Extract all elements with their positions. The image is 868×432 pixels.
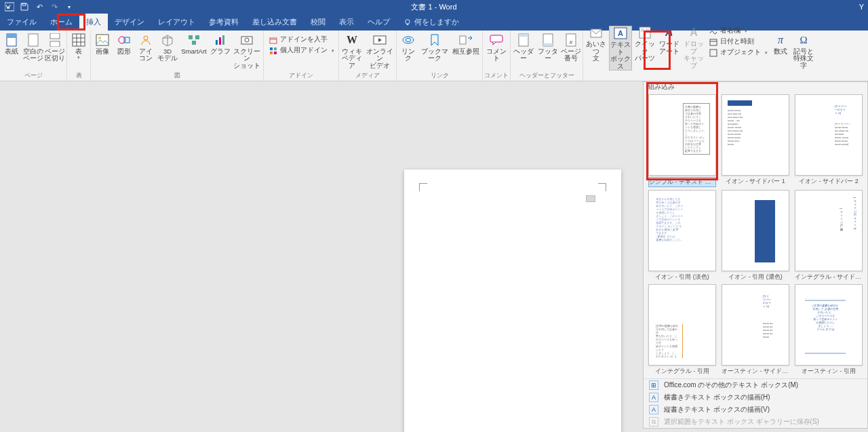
equation-button[interactable]: π数式 <box>770 33 791 55</box>
datetime-button[interactable]: 日付と時刻 <box>709 37 768 47</box>
office-icon: ⊞ <box>649 380 658 390</box>
footer-button[interactable]: フッター <box>536 33 559 62</box>
office-more-textboxes[interactable]: ⊞Office.com のその他のテキスト ボックス(M) <box>644 379 867 391</box>
svg-rect-36 <box>543 43 553 46</box>
group-links: リン ク ブックマーク 相互参照 リンク <box>397 31 483 81</box>
svg-rect-31 <box>460 36 466 44</box>
header-button[interactable]: ヘッダー <box>512 33 535 62</box>
tab-insert[interactable]: 挿入 <box>79 14 108 31</box>
smartart-button[interactable]: SmartArt <box>179 33 209 55</box>
cube-icon <box>161 33 174 47</box>
tab-home[interactable]: ホーム <box>43 14 79 31</box>
tab-design[interactable]: デザイン <box>108 14 151 31</box>
bookmark-icon <box>428 33 441 47</box>
tab-view[interactable]: 表示 <box>332 14 361 31</box>
cover-page-button[interactable]: 表紙 <box>1 33 22 55</box>
draw-horizontal-textbox[interactable]: A横書きテキスト ボックスの描画(H) <box>644 391 867 404</box>
svg-rect-3 <box>407 24 409 25</box>
svg-rect-23 <box>270 38 277 43</box>
vert-textbox-icon: A <box>649 405 658 414</box>
textbox-button[interactable]: Aテキスト ボックス <box>609 26 632 71</box>
qat-customize-icon[interactable]: ▾ <box>64 1 75 12</box>
tell-me-search[interactable]: 何をしますか <box>397 14 466 31</box>
svg-rect-16 <box>195 35 199 39</box>
picture-icon <box>96 33 109 47</box>
title-bar: ↶ ↷ ▾ 文書 1 - Word Y <box>0 0 868 14</box>
dropcap-button[interactable]: Aドロップ キャップ <box>682 26 705 69</box>
quick-access-toolbar: ↶ ↷ ▾ <box>0 1 79 12</box>
bookmark-button[interactable]: ブックマーク <box>420 33 450 62</box>
svg-rect-32 <box>490 35 502 42</box>
3dmodel-button[interactable]: 3D モデル <box>157 33 178 62</box>
object-button[interactable]: オブジェクト▾ <box>709 47 768 58</box>
document-page[interactable] <box>404 170 621 432</box>
pagenum-button[interactable]: #ページ 番号 <box>561 33 581 62</box>
save-icon[interactable] <box>19 1 30 12</box>
comment-button[interactable]: コメント <box>485 33 508 62</box>
gallery-item-ion-quote-dark[interactable]: イオン - 引用 (濃色) <box>721 190 790 281</box>
gallery-item-integral-quote[interactable]: [文章の重要な部分を引用して読者の注意を引いたり、このスペースを使って注目ポイン… <box>648 284 717 376</box>
svg-rect-24 <box>270 47 273 50</box>
wordart-button[interactable]: Aワード アート <box>658 26 681 55</box>
account-initial[interactable]: Y <box>859 3 864 11</box>
svg-rect-6 <box>28 34 38 46</box>
gallery-item-integral-sidebar[interactable]: [サイドバーのタイトル] [サイドバーの場所… インテグラル - サイドバー <box>794 190 863 281</box>
tab-layout[interactable]: レイアウト <box>151 14 202 31</box>
table-icon <box>72 33 85 47</box>
link-button[interactable]: リン ク <box>398 33 418 62</box>
greeting-button[interactable]: あいさつ 文 <box>585 26 608 62</box>
svg-point-29 <box>403 37 414 43</box>
tab-file[interactable]: ファイル <box>0 14 43 31</box>
icons-button[interactable]: アイ コン <box>136 33 156 62</box>
tab-references[interactable]: 参考資料 <box>202 14 245 31</box>
signature-line-button[interactable]: 署名欄▾ <box>709 26 768 36</box>
screenshot-button[interactable]: スクリーン ショット <box>232 33 262 69</box>
online-video-button[interactable]: オンライン ビデオ <box>365 33 395 69</box>
shapes-button[interactable]: 図形 <box>114 33 134 55</box>
page-break-button[interactable]: ページ 区切り <box>45 33 65 62</box>
calendar-icon <box>709 38 717 46</box>
page-break-icon <box>48 33 62 47</box>
gallery-item-ion-sidebar2[interactable]: [サイドバーのタイトル] [サイドバー…aaaa aaaaaa aaaa aaa… <box>794 94 863 187</box>
wikipedia-button[interactable]: Wウィキ ペディア <box>340 33 363 69</box>
tab-mailings[interactable]: 差し込み文書 <box>245 14 304 31</box>
screenshot-icon <box>240 33 254 47</box>
group-tables: 表▾ 表 <box>67 31 91 81</box>
redo-icon[interactable]: ↷ <box>49 1 60 12</box>
document-title: 文書 1 - Word <box>411 2 456 12</box>
pagenum-icon: # <box>564 33 578 47</box>
gallery-item-ion-sidebar1[interactable]: aaaa aaaaaaa aaa aaaaa aaaa aaaaaa – aaa… <box>721 94 790 187</box>
svg-text:#: # <box>570 39 573 45</box>
video-icon <box>373 33 387 47</box>
draw-vertical-textbox[interactable]: A縦書きテキスト ボックスの描画(V) <box>644 404 867 416</box>
gallery-item-simple[interactable]: 文書の重要な部分を引用して読者の注意を引いたりこのスペースを使って注目ポイントを… <box>648 94 717 187</box>
wikipedia-icon: W <box>345 33 359 47</box>
save-gallery-icon: ⧉ <box>649 417 658 427</box>
tab-review[interactable]: 校閲 <box>304 14 332 31</box>
my-addins-button[interactable]: 個人用アドイン▾ <box>269 45 334 56</box>
get-addins-button[interactable]: アドインを入手 <box>269 35 334 45</box>
gallery-item-austin-sidebar[interactable]: [サイドバーのタイトル] aaaa aaaaaa aaaaaa aaaaaa a… <box>721 284 790 376</box>
pictures-button[interactable]: 画像 <box>92 33 113 55</box>
table-button[interactable]: 表▾ <box>68 33 89 60</box>
svg-rect-43 <box>641 28 644 32</box>
svg-rect-9 <box>73 34 85 46</box>
crossref-button[interactable]: 相互参照 <box>451 33 481 55</box>
gallery-item-ion-quote-light[interactable]: 本文から引用した文章を使って読者の注目を引いたり、このスペースで注目ポイントを強… <box>648 190 717 281</box>
svg-rect-27 <box>274 52 277 54</box>
group-media: Wウィキ ペディア オンライン ビデオ メディア <box>339 31 397 81</box>
quickparts-button[interactable]: クイック パーツ <box>633 26 656 62</box>
gallery-item-austin-quote[interactable]: [文章の重要な部分を引用して 読者の注意を引いたり、このスペースを使って注目ポイ… <box>794 284 863 376</box>
chart-button[interactable]: グラフ <box>210 33 231 55</box>
group-pages: 表紙 空白の ページ ページ 区切り ページ <box>0 31 67 81</box>
tab-help[interactable]: ヘルプ <box>361 14 397 31</box>
blank-page-button[interactable]: 空白の ページ <box>23 33 43 62</box>
undo-icon[interactable]: ↶ <box>34 1 45 12</box>
footer-icon <box>541 33 555 47</box>
svg-point-14 <box>144 36 148 40</box>
word-app-icon <box>4 1 15 12</box>
group-addins: アドインを入手 個人用アドイン▾ アドイン <box>264 31 339 81</box>
symbol-button[interactable]: Ω記号と 特殊文字 <box>792 33 815 69</box>
ribbon: 表紙 空白の ページ ページ 区切り ページ 表▾ 表 画像 図形 アイ コン … <box>0 31 868 81</box>
shapes-icon <box>117 33 131 47</box>
